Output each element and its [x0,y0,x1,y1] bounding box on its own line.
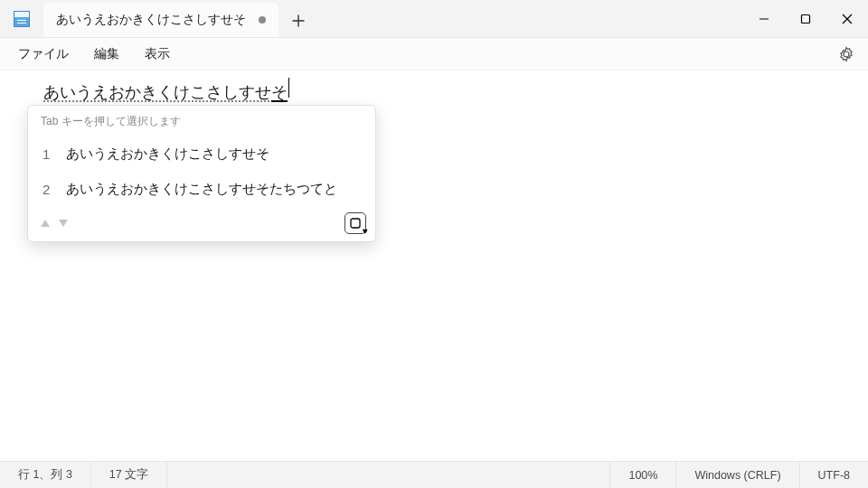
ime-hint: Tab キーを押して選択します [28,106,375,136]
maximize-button[interactable] [785,0,826,37]
status-line-ending[interactable]: Windows (CRLF) [676,462,799,488]
minimize-button[interactable] [743,0,785,37]
ime-clipboard-button[interactable]: ♥ [344,212,366,234]
ime-next-page[interactable] [59,219,68,229]
ime-prev-page[interactable] [41,219,50,229]
heart-icon: ♥ [363,226,368,236]
status-char-count[interactable]: 17 文字 [91,462,167,488]
menu-edit[interactable]: 編集 [81,41,132,68]
svg-rect-0 [802,14,810,23]
tab-title: あいうえおかきくけこさしすせそ [56,12,248,28]
settings-button[interactable] [830,38,863,70]
notepad-icon [14,11,30,27]
app-icon [0,0,43,37]
statusbar: 行 1、列 3 17 文字 100% Windows (CRLF) UTF-8 [0,461,868,488]
chevron-down-icon [59,220,68,227]
ime-candidate-text: あいうえおかきくけこさしすせそ [66,145,269,163]
menubar: ファイル 編集 表示 [0,38,868,70]
close-button[interactable] [826,0,868,37]
svg-rect-1 [351,219,360,228]
tab-document[interactable]: あいうえおかきくけこさしすせそ [43,3,278,37]
close-icon [842,14,853,24]
menu-file[interactable]: ファイル [5,41,81,68]
clipboard-icon [349,217,362,230]
maximize-icon [800,14,811,24]
status-zoom[interactable]: 100% [610,462,676,488]
ime-candidate-number: 2 [42,182,53,197]
new-tab-button[interactable] [282,5,315,37]
editor-area[interactable]: あいうえおかきくけこさしすせそ Tab キーを押して選択します 1 あいうえおか… [0,70,868,461]
ime-candidate[interactable]: 2 あいうえおかきくけこさしすせそたちつてと [28,172,375,207]
tab-modified-dot-icon[interactable] [259,16,266,23]
ime-pre-selection: あいうえおかきくけこさしすせ [43,81,271,103]
gear-icon [838,46,854,62]
titlebar: あいうえおかきくけこさしすせそ [0,0,868,38]
minimize-icon [759,14,769,24]
ime-selection: そ [271,81,288,103]
ime-candidate-text: あいうえおかきくけこさしすせそたちつてと [66,181,337,198]
menu-view[interactable]: 表示 [132,41,183,68]
ime-candidate-number: 1 [42,146,53,162]
ime-composition[interactable]: あいうえおかきくけこさしすせそ [43,78,289,103]
ime-candidate[interactable]: 1 あいうえおかきくけこさしすせそ [28,136,375,172]
plus-icon [292,14,305,27]
ime-candidate-panel: Tab キーを押して選択します 1 あいうえおかきくけこさしすせそ 2 あいうえ… [27,105,376,242]
status-encoding[interactable]: UTF-8 [800,462,868,488]
chevron-up-icon [41,220,50,227]
text-caret [288,78,289,98]
status-cursor-position[interactable]: 行 1、列 3 [0,462,91,488]
